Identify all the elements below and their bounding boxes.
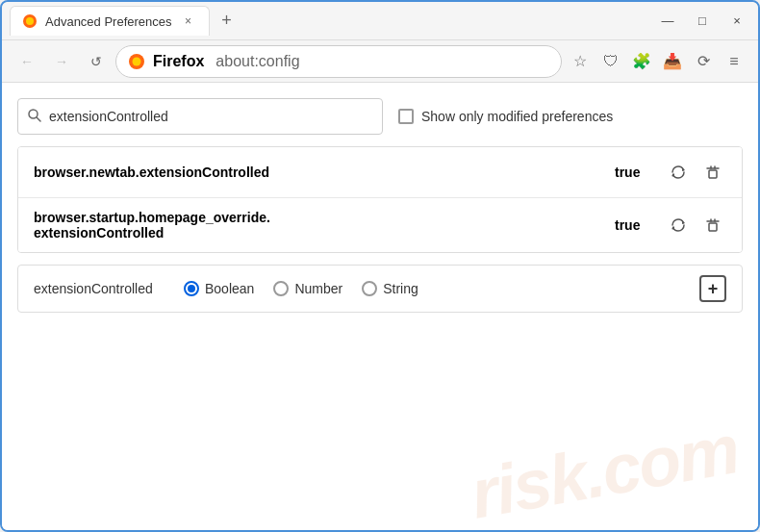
- tab-label: Advanced Preferences: [45, 14, 172, 29]
- pref-value-2: true: [615, 217, 653, 233]
- watermark: risk.com: [465, 409, 744, 530]
- delete-icon: [704, 216, 722, 234]
- tab-close-button[interactable]: ×: [180, 13, 197, 30]
- pref-reset-button-1[interactable]: [665, 159, 692, 186]
- add-preference-button[interactable]: +: [699, 275, 726, 302]
- address-bar[interactable]: Firefox about:config: [115, 45, 562, 78]
- radio-number-label: Number: [294, 281, 342, 296]
- svg-marker-12: [682, 220, 685, 224]
- new-tab-button[interactable]: +: [214, 8, 241, 35]
- pref-value-1: true: [615, 165, 653, 180]
- firefox-logo-icon: [128, 53, 145, 70]
- shield-button[interactable]: 🛡: [596, 47, 625, 76]
- pref-name-2-line1: browser.startup.homepage_override.: [34, 210, 603, 225]
- type-radio-group: Boolean Number String: [184, 281, 418, 296]
- table-row: browser.startup.homepage_override. exten…: [18, 198, 742, 252]
- browser-tab[interactable]: Advanced Preferences ×: [10, 6, 210, 36]
- pref-actions-2: [665, 212, 726, 239]
- search-box[interactable]: extensionControlled: [17, 98, 383, 135]
- title-bar: Advanced Preferences × + — □ ×: [2, 2, 758, 40]
- maximize-button[interactable]: □: [689, 8, 716, 35]
- svg-point-1: [26, 17, 34, 25]
- show-modified-checkbox-row[interactable]: Show only modified preferences: [398, 109, 613, 124]
- radio-option-number[interactable]: Number: [273, 281, 342, 296]
- refresh-button[interactable]: ↺: [81, 46, 112, 77]
- pref-reset-button-2[interactable]: [665, 212, 692, 239]
- address-path: about:config: [215, 53, 299, 70]
- search-row: extensionControlled Show only modified p…: [17, 98, 743, 135]
- radio-string-label: String: [383, 281, 418, 296]
- pref-name-1: browser.newtab.extensionControlled: [34, 165, 603, 180]
- pref-delete-button-2[interactable]: [699, 212, 726, 239]
- nav-bar: ← → ↺ Firefox about:config ☆ 🛡 🧩 📥 ⟳ ≡: [2, 40, 758, 83]
- bookmark-button[interactable]: ☆: [566, 47, 595, 76]
- preferences-table: browser.newtab.extensionControlled true: [17, 146, 743, 253]
- svg-rect-14: [709, 223, 717, 231]
- window-controls: — □ ×: [654, 8, 750, 35]
- pref-delete-button-1[interactable]: [699, 159, 726, 186]
- back-button[interactable]: ←: [12, 46, 42, 77]
- show-modified-checkbox[interactable]: [398, 109, 414, 124]
- extension-button[interactable]: 🧩: [627, 47, 656, 76]
- radio-option-string[interactable]: String: [362, 281, 418, 296]
- svg-point-3: [133, 57, 141, 65]
- minimize-button[interactable]: —: [654, 8, 681, 35]
- radio-option-boolean[interactable]: Boolean: [184, 281, 254, 296]
- address-domain: Firefox: [153, 53, 204, 70]
- reset-icon: [670, 216, 687, 234]
- history-button[interactable]: ⟳: [689, 47, 718, 76]
- radio-boolean-label: Boolean: [205, 281, 254, 296]
- radio-string-indicator: [362, 281, 377, 296]
- radio-boolean-indicator: [184, 281, 199, 296]
- nav-icons: ☆ 🛡 🧩 📥 ⟳ ≡: [566, 47, 748, 76]
- new-pref-name: extensionControlled: [34, 281, 168, 296]
- show-modified-label: Show only modified preferences: [421, 109, 613, 124]
- radio-number-indicator: [273, 281, 289, 296]
- download-button[interactable]: 📥: [658, 47, 687, 76]
- reset-icon: [670, 164, 687, 181]
- new-preference-row: extensionControlled Boolean Number Strin…: [17, 265, 743, 313]
- svg-marker-6: [682, 167, 685, 171]
- svg-rect-8: [709, 170, 717, 178]
- delete-icon: [704, 164, 722, 181]
- content-area: extensionControlled Show only modified p…: [2, 83, 758, 530]
- close-button[interactable]: ×: [723, 8, 750, 35]
- pref-actions-1: [665, 159, 726, 186]
- pref-name-2: browser.startup.homepage_override. exten…: [34, 210, 603, 241]
- pref-name-2-line2: extensionControlled: [34, 225, 603, 241]
- table-row: browser.newtab.extensionControlled true: [18, 147, 742, 198]
- tab-favicon-icon: [22, 13, 38, 29]
- menu-button[interactable]: ≡: [720, 47, 748, 76]
- search-icon: [28, 109, 41, 125]
- search-input-value: extensionControlled: [49, 109, 372, 124]
- svg-line-5: [37, 117, 40, 121]
- forward-button[interactable]: →: [46, 46, 77, 77]
